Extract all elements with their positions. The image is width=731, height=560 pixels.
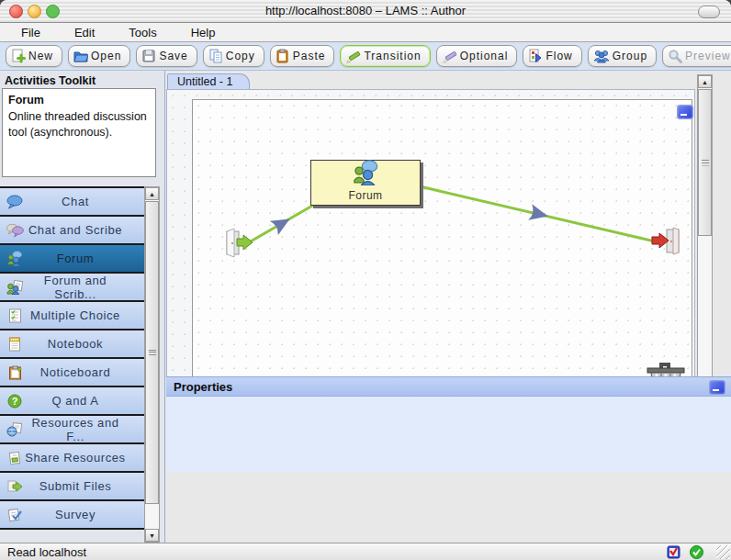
minus-icon — [713, 389, 719, 391]
paste-icon — [276, 49, 290, 63]
scroll-down-button[interactable]: ▼ — [145, 529, 159, 542]
new-label: New — [28, 50, 53, 62]
transition-pencil-icon — [345, 49, 361, 63]
properties-body — [166, 397, 731, 472]
window-resize-grip[interactable] — [716, 545, 730, 559]
properties-collapse-button[interactable] — [709, 380, 725, 395]
window-title: http://localhost:8080 – LAMS :: Author — [0, 4, 731, 17]
properties-title: Properties — [174, 380, 232, 394]
activity-label: Multiple Choice — [25, 308, 126, 322]
activity-description-box: Forum Online threaded discussion tool (a… — [2, 88, 156, 177]
optional-label: Optional — [460, 50, 509, 62]
menu-tools[interactable]: Tools — [116, 26, 169, 39]
menu-bar: File Edit Tools Help — [0, 23, 731, 42]
activity-list: Chat Chat and Scribe Forum Forum and Scr… — [0, 186, 144, 530]
validator-icon[interactable] — [667, 545, 680, 560]
preview-magnifier-icon — [668, 49, 682, 63]
flow-icon — [528, 49, 543, 63]
new-button[interactable]: New — [6, 45, 62, 67]
transition-label: Transition — [364, 50, 421, 62]
activity-label: Forum and Scrib... — [25, 274, 126, 301]
activity-item-submit-files[interactable]: Submit Files — [0, 473, 144, 501]
activity-item-notebook[interactable]: Notebook — [0, 330, 144, 359]
activity-label: Forum — [25, 252, 126, 265]
paste-button[interactable]: Paste — [270, 45, 335, 67]
menu-help[interactable]: Help — [178, 26, 229, 39]
scrollbar-thumb[interactable] — [145, 201, 159, 504]
group-label: Group — [613, 50, 647, 62]
activity-item-chat-and-scribe[interactable]: Chat and Scribe — [0, 217, 144, 245]
submit-files-icon — [5, 480, 25, 493]
preview-label: Preview — [685, 50, 731, 62]
menu-file[interactable]: File — [8, 26, 53, 39]
preview-button[interactable]: Preview — [662, 45, 731, 67]
canvas-collapse-button[interactable] — [677, 105, 693, 119]
open-icon — [73, 49, 88, 63]
paste-label: Paste — [293, 50, 326, 62]
activity-label: Q and A — [25, 394, 126, 408]
group-button[interactable]: Group — [588, 45, 657, 67]
survey-icon — [5, 508, 25, 522]
forum-activity-node[interactable]: Forum — [310, 160, 421, 206]
transition-button[interactable]: Transition — [340, 45, 430, 67]
share-resources-icon — [5, 451, 25, 465]
optional-button[interactable]: Optional — [436, 45, 518, 67]
save-button[interactable]: Save — [136, 45, 197, 67]
open-label: Open — [91, 50, 121, 62]
forum-icon — [352, 160, 379, 189]
activity-item-chat[interactable]: Chat — [0, 186, 144, 217]
activity-item-share-resources[interactable]: Share Resources — [0, 444, 144, 473]
qna-icon: ? — [5, 394, 25, 409]
scroll-up-button[interactable]: ▲ — [145, 187, 159, 200]
activities-toolkit-header: Activities Toolkit — [5, 74, 96, 87]
activity-item-q-and-a[interactable]: ? Q and A — [0, 387, 144, 416]
forum-scribe-icon — [5, 280, 25, 295]
browser-window: http://localhost:8080 – LAMS :: Author F… — [0, 0, 731, 560]
activity-item-resources-and-forum[interactable]: Resources and F... — [0, 416, 144, 444]
notebook-icon — [5, 337, 25, 352]
design-canvas[interactable] — [192, 99, 692, 420]
noticeboard-icon — [5, 365, 25, 380]
activity-label: Chat and Scribe — [25, 223, 126, 237]
activity-label: Noticeboard — [25, 365, 126, 379]
activity-label: Share Resources — [25, 451, 126, 465]
status-text: Read localhost — [7, 545, 86, 559]
exit-door-icon[interactable] — [648, 224, 683, 259]
scrollbar-thumb[interactable] — [698, 89, 712, 236]
activity-item-forum-and-scribe[interactable]: Forum and Scrib... — [0, 274, 144, 302]
open-button[interactable]: Open — [68, 45, 130, 67]
status-bar: Read localhost — [0, 543, 731, 560]
group-icon — [593, 49, 610, 63]
activity-description-text: Online threaded discussion tool (asynchr… — [8, 109, 150, 140]
flow-label: Flow — [545, 50, 572, 62]
toolbar: New Open Save Copy Paste Transition Opti… — [0, 42, 731, 71]
activity-label: Chat — [25, 195, 126, 208]
copy-label: Copy — [226, 50, 255, 62]
copy-icon — [208, 49, 223, 63]
activity-label: Submit Files — [25, 479, 126, 493]
flow-button[interactable]: Flow — [523, 45, 581, 67]
activity-item-multiple-choice[interactable]: Multiple Choice — [0, 302, 144, 330]
new-icon — [11, 49, 26, 63]
title-bar: http://localhost:8080 – LAMS :: Author — [0, 0, 731, 23]
menu-edit[interactable]: Edit — [62, 26, 107, 39]
properties-header[interactable]: Properties — [166, 376, 731, 397]
scroll-up-button[interactable]: ▲ — [698, 75, 712, 88]
optional-pencil-icon — [442, 49, 457, 63]
activity-item-forum[interactable]: Forum — [0, 245, 144, 274]
activity-item-survey[interactable]: Survey — [0, 501, 144, 530]
success-check-icon[interactable] — [690, 545, 703, 560]
activity-label: Survey — [25, 508, 126, 521]
activity-label: Notebook — [25, 337, 126, 351]
toolbar-collapse-button[interactable] — [698, 6, 720, 18]
minus-icon — [680, 114, 687, 116]
activity-node-label: Forum — [348, 189, 382, 202]
copy-button[interactable]: Copy — [203, 45, 264, 67]
entry-door-icon[interactable] — [222, 226, 257, 261]
activity-item-noticeboard[interactable]: Noticeboard — [0, 359, 144, 387]
forum-icon — [5, 251, 25, 266]
chat-scribe-icon — [5, 223, 25, 238]
activity-list-scrollbar[interactable]: ▲ ▼ — [144, 186, 160, 543]
svg-text:?: ? — [12, 396, 18, 407]
activities-toolkit-panel: Activities Toolkit Forum Online threaded… — [0, 71, 165, 543]
